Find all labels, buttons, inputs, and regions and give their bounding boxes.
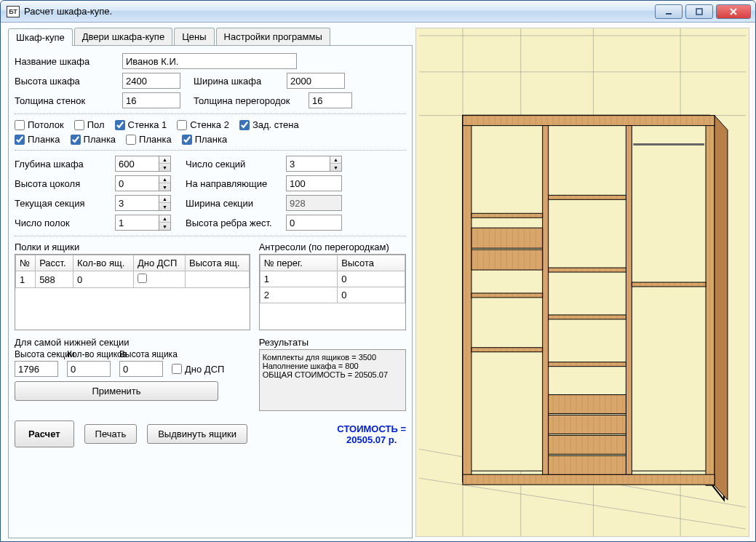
- svg-rect-24: [471, 213, 543, 218]
- tab-bar: Шкаф-купе Двери шкафа-купе Цены Настройк…: [8, 28, 413, 46]
- label-rib: Высота ребра жест.: [186, 218, 280, 228]
- check-back[interactable]: Зад. стена: [239, 119, 299, 130]
- input-width[interactable]: [287, 73, 345, 89]
- input-rail[interactable]: [286, 175, 342, 191]
- input-name[interactable]: [122, 53, 297, 69]
- check-plank2[interactable]: Планка: [71, 134, 116, 145]
- spin-cur-section[interactable]: ▲▼: [115, 195, 171, 211]
- check-plank4[interactable]: Планка: [182, 134, 228, 145]
- label-wall-thick: Толщина стенок: [15, 95, 116, 106]
- input-sec-width: [286, 195, 342, 211]
- input-part-thick[interactable]: [309, 92, 352, 108]
- svg-rect-28: [471, 348, 543, 352]
- label-part-thick: Толщина перегородок: [194, 95, 303, 106]
- input-bottom-height[interactable]: [15, 361, 58, 377]
- svg-rect-30: [549, 268, 626, 272]
- svg-rect-25: [471, 228, 543, 248]
- svg-rect-29: [549, 195, 626, 199]
- svg-rect-37: [632, 282, 706, 287]
- spin-sections[interactable]: ▲▼: [286, 156, 342, 172]
- label-cur-section: Текущая секция: [15, 198, 109, 209]
- check-wall2[interactable]: Стенка 2: [177, 119, 229, 130]
- svg-rect-31: [549, 315, 626, 319]
- svg-rect-21: [463, 474, 715, 485]
- label-height: Высота шкафа: [15, 76, 116, 87]
- titlebar: БТ Расчет шкафа-купе.: [1, 1, 755, 23]
- check-ceiling[interactable]: Потолок: [15, 119, 64, 130]
- grid-mezz[interactable]: № перег. Высота 10 20: [259, 254, 406, 330]
- label-sec-width: Ширина секции: [186, 198, 280, 209]
- tab-doors[interactable]: Двери шкафа-купе: [74, 28, 172, 45]
- input-wall-thick[interactable]: [122, 92, 180, 108]
- label-depth: Глубина шкафа: [15, 159, 109, 170]
- svg-rect-33: [549, 395, 626, 414]
- title-bottom-section: Для самой нижней секции: [15, 337, 250, 348]
- check-bottom-dsp[interactable]: Дно ДСП: [172, 364, 224, 375]
- spin-shelves[interactable]: ▲▼: [115, 215, 171, 231]
- svg-rect-32: [549, 362, 626, 367]
- print-button[interactable]: Печать: [84, 424, 138, 444]
- close-button[interactable]: [716, 4, 751, 19]
- label-width: Ширина шкафа: [194, 76, 281, 87]
- table-row: 20: [260, 287, 405, 303]
- svg-rect-35: [549, 435, 626, 454]
- input-rib[interactable]: [286, 215, 342, 231]
- chevron-down-icon: ▼: [159, 164, 170, 171]
- app-icon: БТ: [7, 6, 20, 17]
- svg-marker-19: [715, 116, 728, 500]
- tab-settings[interactable]: Настройки программы: [216, 28, 330, 45]
- title-results: Результаты: [259, 337, 406, 348]
- svg-rect-23: [626, 126, 632, 475]
- input-height[interactable]: [122, 73, 180, 89]
- check-dsp-row[interactable]: [138, 274, 147, 283]
- svg-rect-22: [543, 126, 549, 475]
- svg-rect-20: [463, 116, 715, 126]
- label-sections: Число секций: [186, 159, 280, 170]
- svg-line-14: [419, 478, 746, 529]
- svg-rect-1: [696, 9, 702, 15]
- label-shelves: Число полок: [15, 218, 109, 228]
- svg-rect-18: [706, 116, 715, 486]
- title-shelves-grid: Полки и ящики: [15, 242, 250, 252]
- label-plinth: Высота цоколя: [15, 178, 109, 189]
- title-mezz-grid: Антресоли (по перегородкам): [259, 242, 406, 252]
- tab-wardrobe[interactable]: Шкаф-купе: [8, 28, 73, 46]
- svg-rect-27: [471, 293, 543, 298]
- window-title: Расчет шкафа-купе.: [24, 6, 655, 17]
- check-wall1[interactable]: Стенка 1: [115, 119, 167, 130]
- chevron-up-icon: ▲: [159, 156, 170, 164]
- tab-prices[interactable]: Цены: [174, 28, 214, 45]
- pullout-button[interactable]: Выдвинуть ящики: [147, 424, 247, 444]
- table-row: 10: [260, 271, 405, 287]
- input-bottom-boxheight[interactable]: [119, 361, 163, 377]
- table-row: 1 588 0: [16, 271, 250, 288]
- price-label: СТОИМОСТЬ = 20505.07 р.: [337, 423, 406, 445]
- check-floor[interactable]: Пол: [74, 119, 105, 130]
- svg-rect-34: [549, 415, 626, 434]
- spin-depth[interactable]: ▲▼: [115, 156, 171, 172]
- check-plank1[interactable]: Планка: [15, 134, 60, 145]
- check-plank3[interactable]: Планка: [126, 134, 172, 145]
- svg-rect-26: [471, 250, 543, 270]
- label-rail: На направляющие: [186, 178, 280, 189]
- grid-shelves[interactable]: № Расст. Кол-во ящ. Дно ДСП Высота ящ. 1…: [15, 254, 250, 330]
- minimize-button[interactable]: [655, 4, 683, 19]
- results-box[interactable]: Комплекты для ящиков = 3500 Наполнение ш…: [259, 349, 406, 411]
- svg-rect-17: [463, 116, 471, 482]
- spin-plinth[interactable]: ▲▼: [115, 175, 171, 191]
- svg-rect-36: [549, 455, 626, 474]
- calc-button[interactable]: Расчет: [15, 421, 74, 447]
- input-bottom-count[interactable]: [67, 361, 111, 377]
- apply-button[interactable]: Применить: [15, 381, 218, 401]
- preview-3d[interactable]: [415, 28, 749, 537]
- label-name: Название шкафа: [15, 56, 116, 67]
- maximize-button[interactable]: [685, 4, 713, 19]
